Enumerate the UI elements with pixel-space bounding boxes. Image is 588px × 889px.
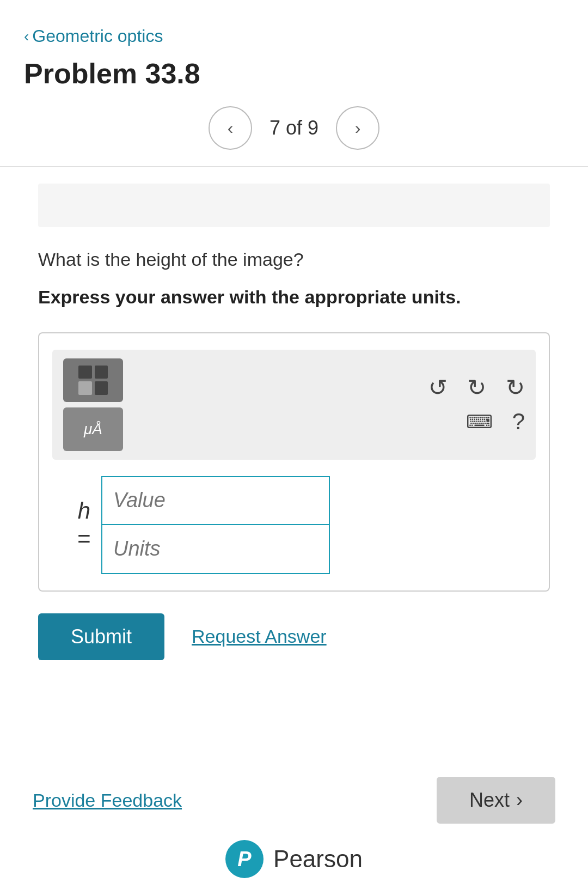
input-label: h = [52, 497, 90, 552]
reset-button[interactable]: ↻ [506, 374, 525, 401]
value-input[interactable] [101, 476, 330, 525]
pagination: ‹ 7 of 9 › [0, 106, 588, 166]
input-label-h: h [78, 498, 90, 523]
matrix-cell-4 [95, 381, 108, 395]
matrix-cell-1 [78, 366, 92, 379]
provide-feedback-button[interactable]: Provide Feedback [33, 790, 182, 811]
image-placeholder [38, 184, 550, 227]
answer-container: μÅ ↻ ↻ ↻ ⌨ ? h = [38, 332, 550, 592]
request-answer-button[interactable]: Request Answer [192, 626, 327, 647]
toolbar-right: ↻ ↻ ↻ ⌨ ? [428, 374, 525, 435]
prev-page-button[interactable]: ‹ [209, 106, 252, 150]
matrix-cell-2 [95, 366, 108, 379]
toolbar-icons-row-top: ↻ ↻ ↻ [428, 374, 525, 401]
next-label: Next [469, 789, 510, 812]
next-page-button[interactable]: › [336, 106, 379, 150]
question-instruction: Express your answer with the appropriate… [38, 284, 550, 310]
question-area: What is the height of the image? Express… [0, 227, 588, 693]
matrix-button[interactable] [63, 358, 123, 402]
question-text: What is the height of the image? [38, 249, 550, 270]
toolbar-left: μÅ [63, 358, 123, 451]
redo-button[interactable]: ↻ [467, 374, 486, 401]
toolbar-icons-row-bottom: ⌨ ? [466, 409, 525, 435]
back-link-text: Geometric optics [32, 26, 163, 46]
matrix-grid-icon [78, 366, 108, 395]
undo-button[interactable]: ↻ [428, 374, 448, 401]
pearson-logo: P [225, 840, 264, 878]
next-chevron-icon: › [516, 789, 523, 812]
pagination-text: 7 of 9 [270, 117, 318, 139]
next-button[interactable]: Next › [437, 777, 555, 824]
input-fields [101, 476, 330, 574]
header-divider [0, 166, 588, 167]
action-row: Submit Request Answer [38, 613, 550, 682]
units-button[interactable]: μÅ [63, 407, 123, 451]
keyboard-button[interactable]: ⌨ [466, 411, 493, 433]
submit-button[interactable]: Submit [38, 613, 164, 660]
back-link[interactable]: ‹ Geometric optics [0, 0, 588, 57]
help-button[interactable]: ? [512, 409, 525, 435]
units-input[interactable] [101, 525, 330, 574]
math-toolbar: μÅ ↻ ↻ ↻ ⌨ ? [52, 350, 536, 460]
units-btn-label: μÅ [84, 421, 102, 438]
pearson-logo-letter: P [237, 848, 251, 871]
input-row: h = [52, 476, 536, 574]
chevron-left-icon: ‹ [24, 28, 29, 45]
matrix-cell-3 [78, 381, 92, 395]
footer-area: Provide Feedback Next › [0, 777, 588, 824]
input-label-eq: = [77, 526, 90, 551]
pearson-brand-name: Pearson [273, 845, 363, 873]
pearson-footer: P Pearson [0, 840, 588, 878]
problem-title: Problem 33.8 [0, 57, 588, 106]
